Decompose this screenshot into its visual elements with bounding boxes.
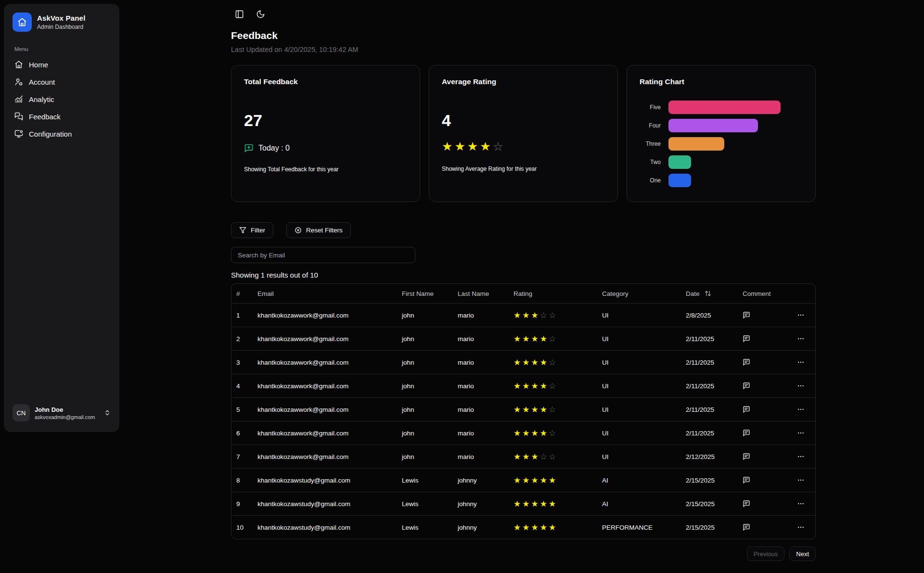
row-last-name: johnny [453,524,509,531]
row-menu-button[interactable] [797,476,805,484]
sidebar-item-analytic[interactable]: Analytic [11,90,113,108]
row-date: 2/15/2025 [681,477,738,484]
star-empty-icon: ☆ [549,311,557,319]
row-category: PERFORMANCE [597,524,681,531]
row-last-name: mario [453,382,509,390]
comment-button[interactable] [743,406,750,413]
star-filled-icon: ★ [531,453,540,461]
row-menu-button[interactable] [797,453,805,460]
star-filled-icon: ★ [522,453,531,461]
funnel-icon [239,227,246,234]
star-filled-icon: ★ [522,429,531,437]
star-filled-icon: ★ [531,523,540,532]
row-last-name: mario [453,430,509,437]
column-header-category: Category [597,290,681,297]
row-first-name: john [397,406,453,413]
app-name: AskVox Panel [37,14,86,22]
comment-button[interactable] [743,311,750,319]
table-body: 1 khantkokozawwork@gmail.com john mario … [231,303,815,539]
row-menu-button[interactable] [797,406,805,413]
column-header-email: Email [253,290,397,297]
chart-category-label: Four [640,122,661,129]
previous-button[interactable]: Previous [747,547,785,561]
user-email: askvoxadmin@gmail.com [35,414,95,420]
avatar: CN [13,404,30,421]
sidebar-item-configuration[interactable]: Configuration [11,125,113,142]
comment-button[interactable] [743,453,750,460]
sidebar-spacer [11,142,113,402]
row-last-name: mario [453,312,509,319]
star-filled-icon: ★ [531,311,540,319]
sidebar: AskVox Panel Admin Dashboard Menu Home A… [4,4,119,432]
row-last-name: mario [453,453,509,460]
theme-toggle-button[interactable] [256,10,265,19]
star-filled-icon: ★ [513,500,522,508]
row-rating-stars: ★★★★☆ [509,382,597,390]
table-row: 3 khantkokozawwork@gmail.com john mario … [231,350,815,374]
row-date: 2/11/2025 [681,335,738,343]
moon-icon [256,10,265,19]
star-filled-icon: ★ [540,476,549,484]
row-menu-button[interactable] [797,500,805,508]
message-square-text-icon [743,358,750,366]
star-filled-icon: ★ [531,382,540,390]
comment-button[interactable] [743,429,750,437]
star-filled-icon: ★ [531,476,540,484]
comment-button[interactable] [743,500,750,508]
chart-bar-track [668,119,803,132]
monitor-dot-icon [14,129,23,138]
main-content: Feedback Last Updated on 4/20/2025, 10:1… [231,0,816,573]
reset-filters-button[interactable]: Reset Filters [286,222,351,238]
row-menu-button[interactable] [797,382,805,390]
search-input[interactable] [231,247,415,263]
message-square-text-icon [743,335,750,343]
next-button[interactable]: Next [789,547,816,561]
comment-button[interactable] [743,523,750,531]
comment-button[interactable] [743,382,750,390]
sidebar-item-label: Home [29,61,48,69]
row-category: AI [597,477,681,484]
comment-button[interactable] [743,476,750,484]
row-last-name: johnny [453,477,509,484]
star-filled-icon: ★ [531,500,540,508]
card-footnote: Showing Average Rating for this year [442,166,605,172]
sidebar-item-feedback[interactable]: Feedback [11,108,113,125]
row-date: 2/11/2025 [681,430,738,437]
message-square-text-icon [743,476,750,484]
average-rating-stars: ★★★★☆ [442,140,605,153]
message-square-text-icon [743,311,750,319]
row-menu-button[interactable] [797,429,805,437]
chart-bar-one [668,174,691,187]
ellipsis-icon [797,500,805,508]
row-email: khantkokozawwork@gmail.com [253,382,397,390]
column-header-comment: Comment [738,290,784,297]
sidebar-toggle-button[interactable] [235,10,244,19]
row-first-name: Lewis [397,477,453,484]
row-first-name: john [397,359,453,366]
sidebar-item-home[interactable]: Home [11,56,113,73]
row-menu-button[interactable] [797,311,805,319]
filter-toolbar: Filter Reset Filters [231,222,351,238]
row-email: khantkokozawwork@gmail.com [253,430,397,437]
star-filled-icon: ★ [540,406,549,414]
table-row: 10 khantkokozawstudy@gmail.com Lewis joh… [231,515,815,539]
row-menu-button[interactable] [797,358,805,366]
brand-text: AskVox Panel Admin Dashboard [37,14,86,30]
sidebar-item-account[interactable]: Account [11,73,113,90]
app-logo-icon [13,13,32,32]
row-menu-button[interactable] [797,335,805,343]
row-menu-button[interactable] [797,523,805,531]
star-filled-icon: ★ [531,358,540,367]
table-row: 8 khantkokozawstudy@gmail.com Lewis john… [231,468,815,492]
comment-button[interactable] [743,335,750,343]
filter-button[interactable]: Filter [231,222,273,238]
star-empty-icon: ☆ [493,140,505,153]
user-menu[interactable]: CN John Doe askvoxadmin@gmail.com [11,402,113,423]
today-count: Today : 0 [244,143,407,153]
column-header-date[interactable]: Date [681,290,738,297]
comment-button[interactable] [743,358,750,366]
star-filled-icon: ★ [540,382,549,390]
row-rating-stars: ★★★☆☆ [509,311,597,319]
ellipsis-icon [797,335,805,343]
star-empty-icon: ☆ [549,406,557,414]
